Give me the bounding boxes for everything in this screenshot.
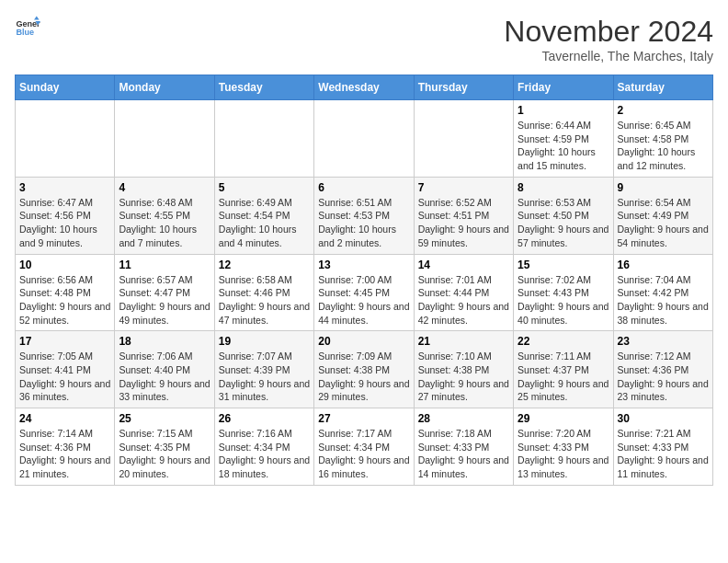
calendar-cell: 13Sunrise: 7:00 AM Sunset: 4:45 PM Dayli… <box>314 254 414 331</box>
day-info: Sunrise: 6:56 AM Sunset: 4:48 PM Dayligh… <box>19 273 110 327</box>
day-info: Sunrise: 7:10 AM Sunset: 4:38 PM Dayligh… <box>418 350 509 404</box>
day-number: 29 <box>518 412 609 425</box>
calendar-cell: 12Sunrise: 6:58 AM Sunset: 4:46 PM Dayli… <box>214 254 313 331</box>
day-info: Sunrise: 7:14 AM Sunset: 4:36 PM Dayligh… <box>19 427 110 481</box>
calendar-cell: 14Sunrise: 7:01 AM Sunset: 4:44 PM Dayli… <box>414 254 513 331</box>
day-info: Sunrise: 7:16 AM Sunset: 4:34 PM Dayligh… <box>219 427 310 481</box>
logo-icon: General Blue <box>15 15 40 40</box>
day-number: 4 <box>119 181 210 194</box>
day-number: 18 <box>119 335 210 348</box>
month-title: November 2024 <box>504 15 713 49</box>
day-info: Sunrise: 6:48 AM Sunset: 4:55 PM Dayligh… <box>119 196 210 250</box>
day-number: 9 <box>618 181 709 194</box>
calendar-cell: 6Sunrise: 6:51 AM Sunset: 4:53 PM Daylig… <box>314 177 414 254</box>
day-info: Sunrise: 7:15 AM Sunset: 4:35 PM Dayligh… <box>119 427 210 481</box>
day-number: 26 <box>219 412 310 425</box>
title-block: November 2024 Tavernelle, The Marches, I… <box>504 15 713 63</box>
day-info: Sunrise: 7:06 AM Sunset: 4:40 PM Dayligh… <box>119 350 210 404</box>
calendar-cell <box>414 100 513 178</box>
day-info: Sunrise: 6:52 AM Sunset: 4:51 PM Dayligh… <box>418 196 509 250</box>
day-number: 10 <box>19 259 110 271</box>
day-number: 13 <box>318 259 409 271</box>
calendar-week-row: 3Sunrise: 6:47 AM Sunset: 4:56 PM Daylig… <box>16 177 713 254</box>
day-number: 24 <box>19 412 110 425</box>
svg-text:Blue: Blue <box>16 28 34 37</box>
day-number: 6 <box>318 181 409 194</box>
calendar-cell <box>16 100 115 178</box>
calendar-cell: 8Sunrise: 6:53 AM Sunset: 4:50 PM Daylig… <box>514 177 613 254</box>
svg-text:General: General <box>16 19 40 29</box>
day-number: 23 <box>618 335 709 348</box>
calendar-cell: 11Sunrise: 6:57 AM Sunset: 4:47 PM Dayli… <box>115 254 214 331</box>
day-info: Sunrise: 7:01 AM Sunset: 4:44 PM Dayligh… <box>418 273 509 327</box>
day-of-week-header: Wednesday <box>314 75 414 100</box>
day-number: 30 <box>618 412 709 425</box>
day-number: 1 <box>518 104 609 117</box>
calendar-cell: 26Sunrise: 7:16 AM Sunset: 4:34 PM Dayli… <box>214 408 313 486</box>
day-number: 21 <box>418 335 509 348</box>
svg-marker-2 <box>34 16 40 19</box>
day-info: Sunrise: 6:49 AM Sunset: 4:54 PM Dayligh… <box>219 196 310 250</box>
calendar-cell: 7Sunrise: 6:52 AM Sunset: 4:51 PM Daylig… <box>414 177 513 254</box>
day-info: Sunrise: 6:45 AM Sunset: 4:58 PM Dayligh… <box>618 119 709 173</box>
day-info: Sunrise: 7:18 AM Sunset: 4:33 PM Dayligh… <box>418 427 509 481</box>
day-info: Sunrise: 6:58 AM Sunset: 4:46 PM Dayligh… <box>219 273 310 327</box>
day-info: Sunrise: 7:20 AM Sunset: 4:33 PM Dayligh… <box>518 427 609 481</box>
day-number: 25 <box>119 412 210 425</box>
day-info: Sunrise: 7:09 AM Sunset: 4:38 PM Dayligh… <box>318 350 409 404</box>
calendar-cell: 9Sunrise: 6:54 AM Sunset: 4:49 PM Daylig… <box>613 177 712 254</box>
day-number: 3 <box>19 181 110 194</box>
day-number: 19 <box>219 335 310 348</box>
day-info: Sunrise: 7:04 AM Sunset: 4:42 PM Dayligh… <box>618 273 709 327</box>
location-subtitle: Tavernelle, The Marches, Italy <box>504 49 713 63</box>
calendar-cell: 3Sunrise: 6:47 AM Sunset: 4:56 PM Daylig… <box>16 177 115 254</box>
day-info: Sunrise: 7:00 AM Sunset: 4:45 PM Dayligh… <box>318 273 409 327</box>
calendar-cell <box>115 100 214 178</box>
calendar-cell: 17Sunrise: 7:05 AM Sunset: 4:41 PM Dayli… <box>16 331 115 408</box>
page-header: General Blue November 2024 Tavernelle, T… <box>15 15 713 63</box>
calendar-cell: 2Sunrise: 6:45 AM Sunset: 4:58 PM Daylig… <box>613 100 712 178</box>
day-number: 5 <box>219 181 310 194</box>
calendar-week-row: 10Sunrise: 6:56 AM Sunset: 4:48 PM Dayli… <box>16 254 713 331</box>
calendar-cell: 30Sunrise: 7:21 AM Sunset: 4:33 PM Dayli… <box>613 408 712 486</box>
day-info: Sunrise: 6:57 AM Sunset: 4:47 PM Dayligh… <box>119 273 210 327</box>
day-number: 17 <box>19 335 110 348</box>
day-of-week-header: Friday <box>514 75 613 100</box>
calendar-cell <box>214 100 313 178</box>
day-info: Sunrise: 7:07 AM Sunset: 4:39 PM Dayligh… <box>219 350 310 404</box>
calendar-cell: 5Sunrise: 6:49 AM Sunset: 4:54 PM Daylig… <box>214 177 313 254</box>
calendar-cell: 22Sunrise: 7:11 AM Sunset: 4:37 PM Dayli… <box>514 331 613 408</box>
calendar-cell: 20Sunrise: 7:09 AM Sunset: 4:38 PM Dayli… <box>314 331 414 408</box>
calendar-cell: 23Sunrise: 7:12 AM Sunset: 4:36 PM Dayli… <box>613 331 712 408</box>
day-info: Sunrise: 6:53 AM Sunset: 4:50 PM Dayligh… <box>518 196 609 250</box>
day-info: Sunrise: 7:17 AM Sunset: 4:34 PM Dayligh… <box>318 427 409 481</box>
calendar-cell: 27Sunrise: 7:17 AM Sunset: 4:34 PM Dayli… <box>314 408 414 486</box>
day-info: Sunrise: 7:12 AM Sunset: 4:36 PM Dayligh… <box>618 350 709 404</box>
day-info: Sunrise: 6:51 AM Sunset: 4:53 PM Dayligh… <box>318 196 409 250</box>
day-number: 27 <box>318 412 409 425</box>
calendar-cell: 15Sunrise: 7:02 AM Sunset: 4:43 PM Dayli… <box>514 254 613 331</box>
calendar-cell: 19Sunrise: 7:07 AM Sunset: 4:39 PM Dayli… <box>214 331 313 408</box>
day-number: 8 <box>518 181 609 194</box>
day-info: Sunrise: 6:54 AM Sunset: 4:49 PM Dayligh… <box>618 196 709 250</box>
day-info: Sunrise: 7:11 AM Sunset: 4:37 PM Dayligh… <box>518 350 609 404</box>
calendar-table: SundayMondayTuesdayWednesdayThursdayFrid… <box>15 75 713 486</box>
calendar-cell: 25Sunrise: 7:15 AM Sunset: 4:35 PM Dayli… <box>115 408 214 486</box>
day-number: 11 <box>119 259 210 271</box>
day-number: 16 <box>618 259 709 271</box>
day-info: Sunrise: 7:02 AM Sunset: 4:43 PM Dayligh… <box>518 273 609 327</box>
day-info: Sunrise: 6:47 AM Sunset: 4:56 PM Dayligh… <box>19 196 110 250</box>
calendar-week-row: 17Sunrise: 7:05 AM Sunset: 4:41 PM Dayli… <box>16 331 713 408</box>
day-of-week-header: Monday <box>115 75 214 100</box>
calendar-cell: 1Sunrise: 6:44 AM Sunset: 4:59 PM Daylig… <box>514 100 613 178</box>
day-info: Sunrise: 7:21 AM Sunset: 4:33 PM Dayligh… <box>618 427 709 481</box>
calendar-week-row: 1Sunrise: 6:44 AM Sunset: 4:59 PM Daylig… <box>16 100 713 178</box>
day-of-week-header: Thursday <box>414 75 513 100</box>
day-number: 2 <box>618 104 709 117</box>
logo: General Blue <box>15 15 40 40</box>
calendar-cell <box>314 100 414 178</box>
day-number: 14 <box>418 259 509 271</box>
day-of-week-header: Sunday <box>16 75 115 100</box>
day-of-week-header: Tuesday <box>214 75 313 100</box>
calendar-cell: 24Sunrise: 7:14 AM Sunset: 4:36 PM Dayli… <box>16 408 115 486</box>
